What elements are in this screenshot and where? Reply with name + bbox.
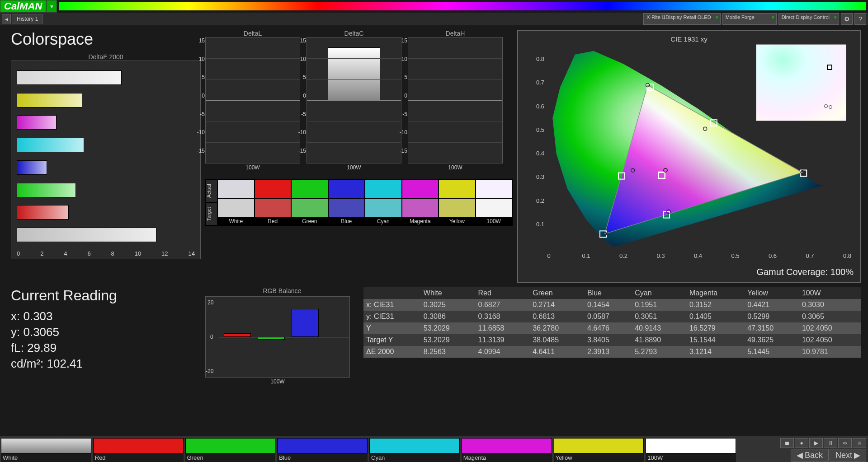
- swatch-actual: [291, 179, 328, 198]
- tab-history[interactable]: History 1: [12, 14, 43, 23]
- svg-text:0.6: 0.6: [769, 252, 777, 259]
- deltac-title: DeltaC: [307, 30, 401, 37]
- next-button[interactable]: Next ▶: [830, 449, 866, 462]
- swatch-label: 100W: [476, 217, 513, 225]
- deltac-xlabel: 100W: [307, 164, 401, 171]
- deltah-title: DeltaH: [408, 30, 503, 37]
- swatch-actual: [217, 179, 255, 198]
- swatch-target: [328, 198, 365, 217]
- svg-text:0.1: 0.1: [582, 252, 590, 259]
- color-tab[interactable]: Blue: [277, 438, 368, 462]
- data-table-panel: WhiteRedGreenBlueCyanMagentaYellow100Wx:…: [363, 287, 861, 405]
- play-icon[interactable]: ▶: [809, 438, 823, 448]
- stop-icon[interactable]: ◼: [780, 438, 794, 448]
- deltah-xlabel: 100W: [408, 164, 503, 171]
- deltae-bar: [17, 93, 82, 107]
- rgb-title: RGB Balance: [205, 287, 359, 294]
- table-row: ΔE 20008.25634.09944.64112.39135.27933.1…: [363, 346, 861, 358]
- deltae-bar: [17, 115, 57, 130]
- swatch-target: [439, 198, 476, 217]
- swatch-actual: [255, 179, 292, 198]
- swatch-label: Magenta: [402, 217, 439, 225]
- cie-inset: [756, 44, 846, 121]
- deltal-chart: 151050-5-10-15: [205, 37, 300, 163]
- rgb-bar-r: [224, 333, 251, 337]
- svg-text:0.7: 0.7: [536, 79, 544, 86]
- app-logo: CalMAN: [0, 0, 46, 13]
- rgb-chart: 20 0 -20: [205, 296, 350, 378]
- meter-dropdown[interactable]: X-Rite i1Display Retail OLED: [643, 13, 720, 25]
- swatch-label: Red: [255, 217, 292, 225]
- svg-text:0.5: 0.5: [731, 252, 739, 259]
- current-reading-title: Current Reading: [11, 287, 201, 304]
- svg-text:0.8: 0.8: [843, 252, 851, 259]
- swatch-label: Cyan: [365, 217, 402, 225]
- swatch-actual: [365, 179, 402, 198]
- swatch-actual: [328, 179, 365, 198]
- svg-text:0.2: 0.2: [536, 197, 544, 204]
- inset-circle-icon: [829, 105, 832, 109]
- deltae-bar: [17, 183, 76, 197]
- swatch-actual: [439, 179, 476, 198]
- svg-text:0.2: 0.2: [619, 252, 627, 259]
- swatch-target: [476, 198, 513, 217]
- swatch-label: Yellow: [439, 217, 476, 225]
- app-menu-arrow-icon[interactable]: ▾: [46, 0, 57, 13]
- settings-icon[interactable]: ⚙: [841, 13, 853, 25]
- display-dropdown[interactable]: Direct Display Control: [778, 13, 839, 25]
- bottom-bar: WhiteRedGreenBlueCyanMagentaYellow100W ◼…: [0, 436, 868, 462]
- swatch-target: [255, 198, 292, 217]
- table-row: x: CIE310.30250.68270.27140.14540.19510.…: [363, 299, 861, 311]
- color-tab[interactable]: Magenta: [462, 438, 552, 462]
- color-tab[interactable]: White: [1, 438, 91, 462]
- swatch-target: [402, 198, 439, 217]
- record-icon[interactable]: ●: [795, 438, 808, 448]
- back-button[interactable]: ◀ Back: [791, 449, 829, 462]
- cie-panel: CIE 1931 xy 00.10.20.30.40.50.60.70.80.1…: [517, 30, 861, 283]
- deltae-title: DeltaE 2000: [11, 53, 201, 61]
- rgb-xlabel: 100W: [205, 378, 350, 385]
- svg-text:0.3: 0.3: [536, 173, 544, 180]
- list-icon[interactable]: ≡: [853, 438, 866, 448]
- delta-panel: DeltaL 151050-5-10-15 100W DeltaC 151050…: [205, 30, 513, 283]
- swatch-label: Blue: [328, 217, 365, 225]
- rgb-bar-b: [292, 309, 319, 337]
- loop-icon[interactable]: ∞: [838, 438, 852, 448]
- color-tab[interactable]: Yellow: [554, 438, 644, 462]
- rainbow-bar: [59, 2, 866, 10]
- deltae-chart: 02468101214: [11, 61, 201, 259]
- svg-text:0.5: 0.5: [536, 126, 544, 133]
- swatch-label: Green: [291, 217, 328, 225]
- pause-icon[interactable]: ⏸: [824, 438, 837, 448]
- table-row: y: CIE310.30860.31680.68130.05870.30510.…: [363, 311, 861, 322]
- swatch-label: White: [217, 217, 255, 225]
- swatch-table: Actual Target WhiteRedGreenBlueCyanMagen…: [205, 179, 513, 226]
- deltae-panel: Colorspace DeltaE 2000 02468101214: [11, 30, 201, 283]
- tab-home-icon[interactable]: ◂: [2, 14, 11, 23]
- color-tab[interactable]: Red: [93, 438, 184, 462]
- deltae-bar: [17, 160, 47, 175]
- color-tab[interactable]: Cyan: [369, 438, 460, 462]
- color-tab[interactable]: 100W: [646, 438, 736, 462]
- swatch-actual: [476, 179, 513, 198]
- swatch-target-label: Target: [206, 202, 217, 225]
- rgb-bar-g: [258, 337, 285, 340]
- color-tab[interactable]: Green: [185, 438, 276, 462]
- deltal-xlabel: 100W: [205, 164, 300, 171]
- help-icon[interactable]: ?: [854, 13, 866, 25]
- svg-text:0.6: 0.6: [536, 103, 544, 110]
- swatch-target: [217, 198, 255, 217]
- deltae-bar: [17, 205, 69, 219]
- app-header: CalMAN ▾: [0, 0, 868, 13]
- inset-circle-icon: [824, 104, 828, 108]
- source-dropdown[interactable]: Mobile Forge: [722, 13, 777, 25]
- svg-text:0.3: 0.3: [656, 252, 665, 259]
- table-row: Y53.202911.685836.27804.647640.914316.52…: [363, 322, 861, 334]
- deltac-bar: [328, 47, 380, 100]
- deltal-title: DeltaL: [205, 30, 300, 37]
- deltac-chart: 151050-5-10-15: [307, 37, 401, 163]
- current-reading-panel: Current Reading x: 0.303 y: 0.3065 fL: 2…: [11, 287, 201, 405]
- gamut-coverage: Gamut Coverage: 100%: [756, 267, 854, 277]
- svg-text:0.1: 0.1: [536, 221, 544, 228]
- tab-bar: ◂ History 1 X-Rite i1Display Retail OLED…: [0, 13, 868, 25]
